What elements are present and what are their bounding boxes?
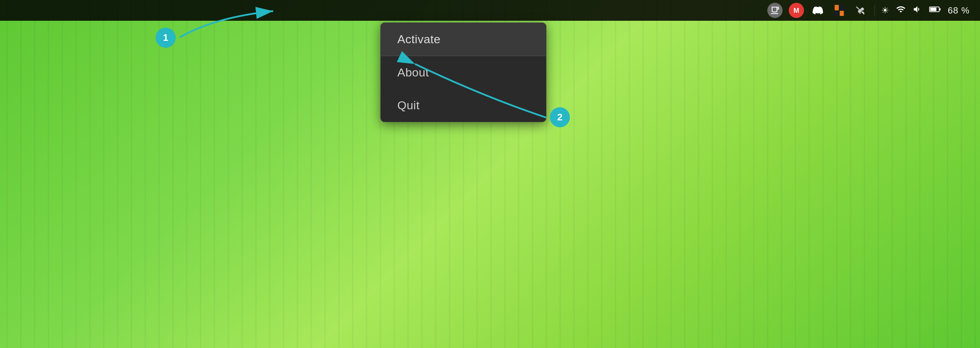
mega-icon-label: M [793, 6, 799, 14]
svg-rect-1 [840, 5, 844, 10]
svg-rect-6 [940, 8, 940, 10]
scissors-tray-icon[interactable] [853, 3, 868, 18]
discord-tray-icon[interactable] [810, 3, 826, 18]
annotation-badge-2: 2 [550, 107, 570, 127]
klokki-tray-icon[interactable] [832, 3, 847, 18]
quit-menu-item[interactable]: Quit [381, 89, 546, 122]
svg-rect-5 [930, 8, 936, 11]
context-menu: Activate About Quit [380, 22, 546, 122]
tray-icons: M [767, 3, 970, 18]
desktop: M [0, 0, 980, 348]
wifi-icon[interactable] [896, 5, 906, 17]
battery-icon [929, 5, 941, 17]
topbar: M [0, 0, 980, 21]
annotation-badge-1: 1 [156, 28, 176, 48]
volume-icon[interactable] [913, 5, 922, 17]
caffeine-tray-icon[interactable] [767, 3, 783, 18]
activate-menu-item[interactable]: Activate [381, 23, 546, 56]
mega-tray-icon[interactable]: M [789, 3, 804, 18]
topbar-divider [875, 5, 875, 16]
battery-text: 68 % [948, 5, 970, 16]
brightness-icon[interactable]: ☀ [881, 5, 889, 16]
svg-rect-2 [834, 11, 838, 16]
status-icons: ☀ 68 % [881, 5, 970, 17]
svg-rect-3 [840, 11, 844, 16]
svg-rect-0 [834, 5, 838, 10]
about-menu-item[interactable]: About [381, 56, 546, 89]
